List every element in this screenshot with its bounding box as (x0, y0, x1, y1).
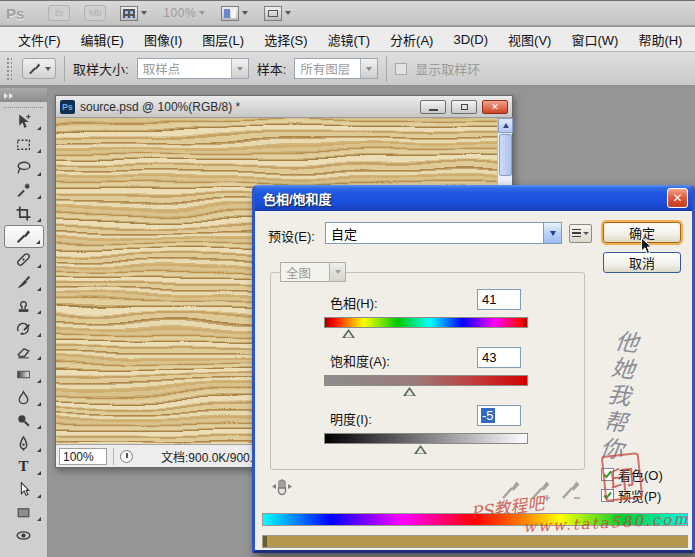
tool-lasso-button[interactable] (4, 156, 44, 179)
lightness-input[interactable]: -5 (477, 405, 521, 426)
scroll-up-button[interactable] (498, 118, 513, 133)
tool-quick-select-button[interactable] (4, 179, 44, 202)
chevron-down-icon (335, 270, 341, 274)
tool-eraser-button[interactable] (4, 340, 44, 363)
dropdown-button[interactable] (231, 59, 248, 78)
move-tool-icon (15, 113, 32, 130)
view-extras-dropdown[interactable] (221, 6, 248, 21)
tool-history-brush-button[interactable] (4, 317, 44, 340)
tool-type-button[interactable]: T (4, 455, 44, 478)
dropdown-button (329, 263, 345, 281)
restore-icon (461, 104, 468, 110)
tool-dodge-button[interactable] (4, 409, 44, 432)
saturation-slider[interactable] (324, 375, 528, 386)
lightness-slider[interactable] (324, 433, 528, 444)
menu-view[interactable]: 视图(V) (498, 27, 561, 52)
bridge-grid-icon (120, 6, 138, 21)
rectangular-marquee-icon (15, 136, 32, 153)
dialog-titlebar[interactable]: 色相/饱和度 ✕ (255, 185, 692, 211)
tool-crop-button[interactable] (4, 202, 44, 225)
tool-gradient-button[interactable] (4, 363, 44, 386)
sample-size-dropdown[interactable]: 取样点 (137, 58, 249, 79)
tool-direct-select-button[interactable] (4, 478, 44, 501)
menu-window[interactable]: 窗口(W) (561, 27, 628, 52)
chevron-down-icon (366, 67, 372, 71)
chevron-down-icon (285, 11, 291, 15)
selected-text: -5 (481, 408, 495, 423)
zoom-level-dropdown[interactable]: 100% (163, 6, 205, 20)
document-titlebar[interactable]: Ps source.psd @ 100%(RGB/8) * ✕ (56, 96, 512, 118)
restore-button[interactable] (451, 100, 477, 114)
menu-layer[interactable]: 图层(L) (192, 27, 254, 52)
menu-help[interactable]: 帮助(H) (628, 27, 692, 52)
show-sampling-ring-label: 显示取样环 (415, 59, 480, 78)
document-title: source.psd @ 100%(RGB/8) * (80, 100, 415, 114)
history-brush-icon (15, 320, 32, 337)
pen-tool-icon (15, 435, 32, 452)
minibridge-badge[interactable]: Mb (84, 5, 106, 21)
dialog-title: 色相/饱和度 (263, 189, 667, 208)
tool-blur-button[interactable] (4, 386, 44, 409)
on-image-adjust-hand-icon[interactable] (269, 476, 297, 500)
preset-options-button[interactable] (569, 224, 592, 243)
dodge-tool-icon (15, 412, 32, 429)
screen-mode-dropdown[interactable] (264, 6, 291, 21)
tool-eyedropper-button[interactable] (4, 225, 44, 248)
hue-saturation-dialog: 色相/饱和度 ✕ 预设(E): 自定 确定 取消 全图 色相(H): (252, 185, 695, 553)
hue-input[interactable] (477, 289, 521, 310)
eyedropper-subtract-icon[interactable] (560, 478, 582, 502)
hue-slider[interactable] (324, 317, 528, 328)
chevron-down-icon (237, 67, 243, 71)
dropdown-button[interactable] (543, 223, 561, 243)
preset-dropdown[interactable]: 自定 (325, 222, 562, 244)
sample-dropdown[interactable]: 所有图层 (294, 58, 378, 79)
menu-filter[interactable]: 滤镜(T) (317, 27, 380, 52)
tools-panel-grip[interactable] (4, 102, 43, 108)
sample-label: 样本: (257, 59, 287, 78)
preset-value: 自定 (331, 224, 357, 243)
status-zoom-input[interactable]: 100% (59, 448, 107, 465)
tool-brush-button[interactable] (4, 271, 44, 294)
minimize-button[interactable] (420, 100, 446, 114)
tool-pen-button[interactable] (4, 432, 44, 455)
minimize-icon (429, 109, 438, 111)
eyedropper-tool-icon (15, 228, 32, 245)
arrow-up-icon (503, 123, 509, 128)
menu-3d[interactable]: 3D(D) (443, 29, 498, 50)
options-grip-handle[interactable] (6, 57, 12, 81)
scrollbar-thumb[interactable] (499, 134, 512, 176)
sample-value: 所有图层 (300, 59, 350, 78)
tool-options-bar: 取样大小: 取样点 样本: 所有图层 显示取样环 (0, 52, 695, 86)
bridge-badge[interactable]: Br (48, 5, 70, 21)
eraser-tool-icon (15, 343, 32, 360)
tool-healing-brush-button[interactable] (4, 248, 44, 271)
tool-move-button[interactable] (4, 110, 44, 133)
launch-bridge-button[interactable] (120, 6, 147, 21)
tool-shape-button[interactable] (4, 501, 44, 524)
tool-3d-rotate-button[interactable] (4, 524, 44, 547)
status-clock-icon[interactable] (120, 450, 133, 463)
chevron-down-icon (199, 11, 205, 15)
saturation-input[interactable] (477, 347, 521, 368)
view-extras-icon (221, 6, 239, 21)
dropdown-button[interactable] (360, 59, 377, 78)
tool-marquee-button[interactable] (4, 133, 44, 156)
show-sampling-ring-checkbox[interactable] (395, 63, 407, 75)
menu-edit[interactable]: 编辑(E) (71, 27, 134, 52)
menu-image[interactable]: 图像(I) (134, 27, 192, 52)
lightness-slider-marker[interactable] (414, 445, 427, 454)
menu-analysis[interactable]: 分析(A) (380, 27, 443, 52)
hue-slider-marker[interactable] (342, 329, 355, 338)
tool-clone-stamp-button[interactable] (4, 294, 44, 317)
menu-file[interactable]: 文件(F) (8, 27, 71, 52)
chevron-down-icon (141, 11, 147, 15)
chevron-down-icon (45, 67, 51, 71)
tools-panel-collapse-button[interactable] (0, 89, 47, 102)
saturation-slider-marker[interactable] (403, 387, 416, 396)
dialog-close-button[interactable]: ✕ (667, 188, 688, 208)
dialog-body: 预设(E): 自定 确定 取消 全图 色相(H): 饱和度(A): (255, 211, 692, 550)
menu-select[interactable]: 选择(S) (254, 27, 317, 52)
close-button[interactable]: ✕ (482, 100, 508, 114)
channel-dropdown[interactable]: 全图 (280, 262, 346, 282)
eyedropper-preset-button[interactable] (22, 58, 56, 79)
